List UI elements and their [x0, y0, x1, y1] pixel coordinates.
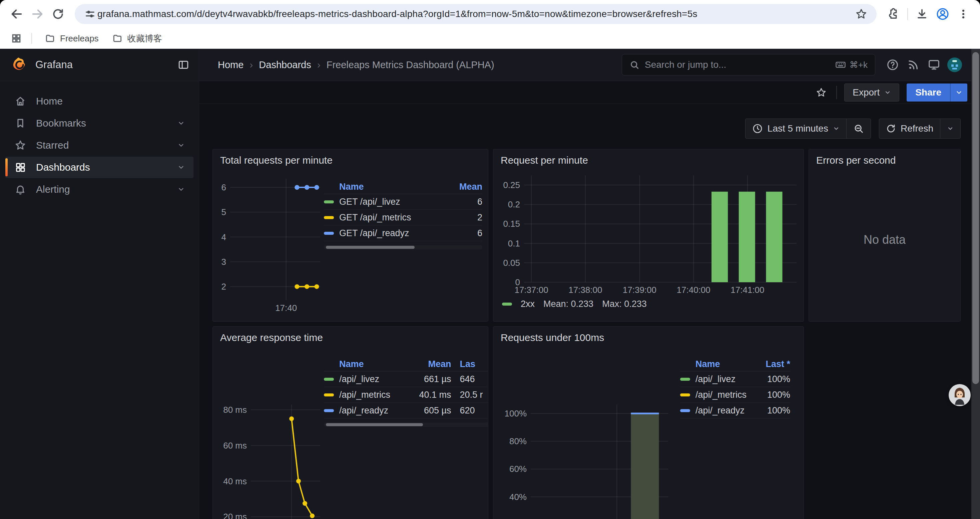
sidebar-item-dashboards[interactable]: Dashboards — [5, 156, 194, 178]
series-dash[interactable] — [680, 393, 690, 396]
series-dash[interactable] — [324, 409, 334, 412]
legend-table-total-requests[interactable]: NameMeanGET /api/_livez6GET /api/_metric… — [324, 180, 482, 249]
series-dash[interactable] — [680, 409, 690, 412]
address-bar[interactable]: grafana.mathmast.com/d/deytv4rwavabkb/fr… — [75, 4, 877, 24]
series-dash[interactable] — [324, 232, 334, 235]
search-icon — [629, 60, 640, 70]
legend-dash-cell — [324, 393, 339, 396]
page-scrollbar[interactable] — [971, 49, 980, 519]
download-button[interactable] — [913, 5, 931, 23]
series-dash[interactable] — [680, 378, 690, 381]
legend-table-under-100ms[interactable]: NameLast */api/_livez100%/api/_metrics10… — [680, 357, 790, 418]
kiosk-monitor-button[interactable] — [925, 56, 943, 73]
legend-row[interactable]: /api/_readyz605 µs620 — [324, 403, 488, 418]
brand-name[interactable]: Grafana — [35, 59, 177, 71]
panel-title[interactable]: Requests under 100ms — [493, 327, 803, 349]
reload-button[interactable] — [49, 5, 67, 23]
svg-text:17:40:00: 17:40:00 — [677, 285, 711, 294]
legend-hscrollbar[interactable] — [324, 245, 482, 249]
legend-row[interactable]: GET /api/_readyz6 — [324, 225, 482, 241]
floating-assistant-avatar[interactable] — [949, 384, 970, 406]
apps-grid-icon — [11, 33, 22, 44]
legend-hscrollbar[interactable] — [324, 423, 488, 427]
scrollbar-thumb[interactable] — [972, 52, 979, 384]
rss-icon — [907, 59, 919, 71]
share-menu-button[interactable] — [950, 83, 967, 102]
series-dash[interactable] — [324, 200, 334, 203]
chevron-down-icon[interactable] — [177, 186, 185, 193]
legend-cell: /api/_livez — [695, 374, 747, 385]
browser-menu-button[interactable] — [955, 5, 972, 23]
sidebar-item-bookmarks[interactable]: Bookmarks — [5, 113, 194, 134]
refresh-button[interactable]: Refresh — [879, 119, 940, 138]
refresh-interval-button[interactable] — [940, 119, 960, 138]
legend-2xx[interactable]: 2xx Mean: 0.233 Max: 0.233 — [502, 299, 647, 309]
legend-row[interactable]: GET /api/_livez6 — [324, 194, 482, 210]
legend-row[interactable]: /api/_readyz100% — [680, 403, 790, 418]
back-button[interactable] — [8, 5, 25, 23]
legend-cell: /api/_readyz — [695, 406, 747, 416]
sidebar-collapse-button[interactable] — [177, 59, 189, 71]
legend-row[interactable]: /api/_metrics40.1 ms20.5 r — [324, 387, 488, 403]
legend-hscrollbar-thumb[interactable] — [326, 246, 415, 249]
forward-button[interactable] — [29, 5, 46, 23]
sidebar-item-home[interactable]: Home — [5, 91, 194, 112]
chart-requests-under-100ms[interactable]: 17:40100%80%60%40%20%0% — [497, 402, 671, 519]
profile-button[interactable] — [934, 5, 951, 23]
star-icon — [855, 8, 867, 20]
bookmark-folder-freeleaps[interactable]: Freeleaps — [39, 30, 104, 46]
url-text[interactable]: grafana.mathmast.com/d/deytv4rwavabkb/fr… — [97, 9, 853, 19]
girl-avatar-icon — [950, 385, 969, 405]
breadcrumb-home[interactable]: Home — [218, 59, 243, 70]
bookmark-folder-blogs[interactable]: 收藏博客 — [107, 30, 167, 47]
extensions-button[interactable] — [885, 5, 902, 23]
legend-dash-cell — [680, 378, 695, 381]
series-dash[interactable] — [324, 216, 334, 219]
chart-average-response-time[interactable]: 17:4080 ms60 ms40 ms20 ms0 s — [216, 402, 323, 519]
export-button[interactable]: Export — [844, 83, 899, 102]
site-settings-icon[interactable] — [83, 5, 97, 23]
legend-table-response-time[interactable]: NameMeanLas/api/_livez661 µs646/api/_met… — [324, 357, 488, 427]
news-rss-button[interactable] — [905, 56, 922, 73]
apps-grid-button[interactable] — [9, 30, 24, 47]
bookmark-star-button[interactable] — [853, 5, 870, 23]
grafana-logo[interactable] — [11, 57, 27, 72]
chevron-down-icon[interactable] — [177, 142, 185, 149]
svg-text:0.25: 0.25 — [503, 180, 520, 190]
folder-icon — [112, 33, 123, 44]
chevron-down-icon[interactable] — [177, 164, 185, 171]
legend-row[interactable]: /api/_livez661 µs646 — [324, 371, 488, 387]
time-range-picker[interactable]: Last 5 minutes — [746, 119, 846, 138]
legend-row[interactable]: GET /api/_metrics2 — [324, 210, 482, 225]
legend-cell: Last * — [747, 359, 790, 369]
legend-row[interactable]: /api/_livez100% — [680, 371, 790, 387]
series-dash[interactable] — [324, 378, 334, 381]
series-dash[interactable] — [324, 393, 334, 396]
legend-dash-cell — [324, 216, 339, 219]
legend-cell: 100% — [747, 374, 790, 385]
legend-cell: 646 — [451, 374, 488, 385]
breadcrumb-dashboards[interactable]: Dashboards — [259, 59, 311, 70]
user-avatar[interactable] — [946, 56, 963, 73]
chart-total-requests[interactable]: 17:4065432 — [216, 176, 323, 312]
legend-hscrollbar-thumb[interactable] — [326, 423, 423, 426]
dashboard-actions-row: Export Share — [199, 81, 980, 104]
series-dash — [502, 303, 512, 306]
help-button[interactable] — [884, 56, 901, 73]
share-button[interactable]: Share — [907, 83, 950, 102]
panel-title[interactable]: Request per minute — [493, 149, 803, 171]
search-input[interactable]: Search or jump to... ⌘+k — [622, 54, 875, 75]
legend-cell: 20.5 r — [451, 390, 488, 400]
panel-title[interactable]: Total requests per minute — [213, 149, 488, 171]
legend-row[interactable]: /api/_metrics100% — [680, 387, 790, 403]
favorite-dashboard-button[interactable] — [813, 85, 829, 100]
main-area: Home › Dashboards › Freeleaps Metrics Da… — [199, 49, 980, 139]
panel-title[interactable]: Average response time — [213, 327, 488, 349]
chevron-down-icon[interactable] — [177, 120, 185, 127]
sidebar-item-alerting[interactable]: Alerting — [5, 179, 194, 200]
sidebar-item-starred[interactable]: Starred — [5, 134, 194, 156]
sidebar-item-label: Dashboards — [36, 162, 177, 173]
panel-title[interactable]: Errors per second — [809, 149, 960, 171]
zoom-out-button[interactable] — [846, 119, 870, 138]
chart-request-per-minute[interactable]: 17:37:0017:38:0017:39:0017:40:0017:41:00… — [497, 172, 799, 294]
